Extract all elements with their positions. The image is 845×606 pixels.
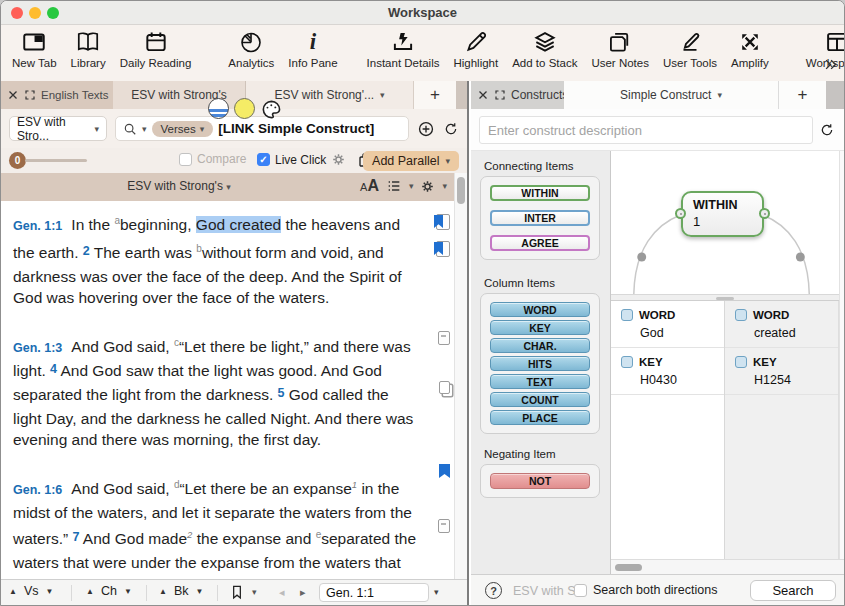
step-up-icon[interactable]: ▲ xyxy=(86,587,94,596)
column-item-place[interactable]: PLACE xyxy=(490,410,590,425)
verse-number[interactable]: 7 xyxy=(72,530,79,544)
verse-paragraph[interactable]: Gen. 1:3And God said, c“Let there be lig… xyxy=(13,332,420,451)
toolbar-info-pane[interactable]: iInfo Pane xyxy=(288,28,337,69)
divider-grip[interactable] xyxy=(716,297,734,300)
palette-icon[interactable] xyxy=(260,98,281,119)
bookmark-menu[interactable]: ▾ xyxy=(229,584,257,600)
construct-canvas[interactable]: WITHIN 1 xyxy=(611,151,839,294)
connecting-item-within[interactable]: WITHIN xyxy=(490,185,590,201)
column-item-word[interactable]: WORD xyxy=(490,302,590,317)
toolbar-add-to-stack[interactable]: Add to Stack xyxy=(512,28,577,69)
item-checkbox[interactable] xyxy=(735,309,747,321)
toolbar-user-tools[interactable]: User Tools xyxy=(663,28,717,69)
item-checkbox[interactable] xyxy=(621,309,633,321)
step-up-icon[interactable]: ▲ xyxy=(159,587,167,596)
bookmark-icon[interactable] xyxy=(229,584,245,600)
toolbar-library[interactable]: Library xyxy=(71,28,106,69)
expand-pane-icon[interactable] xyxy=(494,89,506,101)
highlight-style-striped-icon[interactable] xyxy=(208,98,229,119)
column-item-text[interactable]: TEXT xyxy=(490,374,590,389)
chevron-down-icon[interactable]: ▾ xyxy=(142,124,147,134)
construct-item-key[interactable]: KEYH0430 xyxy=(611,348,724,395)
add-circle-icon[interactable] xyxy=(417,120,435,138)
construct-item-word[interactable]: WORDGod xyxy=(611,301,724,348)
node-port-right[interactable] xyxy=(759,208,770,219)
within-node-value[interactable]: 1 xyxy=(693,214,762,229)
verse-paragraph[interactable]: Gen. 1:6And God said, d“Let there be an … xyxy=(13,474,420,579)
zoom-slider[interactable]: 0 xyxy=(9,152,87,169)
bible-text-area[interactable]: Gen. 1:1In the abeginning, God created t… xyxy=(1,201,454,579)
note-bookmark-icon[interactable] xyxy=(434,214,450,230)
scrollbar-thumb[interactable] xyxy=(457,177,465,204)
search-button[interactable]: Search xyxy=(750,580,836,601)
toolbar-overflow-button[interactable] xyxy=(823,57,838,76)
search-icon[interactable] xyxy=(123,122,137,136)
toolbar-amplify[interactable]: Amplify xyxy=(731,28,769,69)
verse-reference[interactable]: Gen. 1:3 xyxy=(13,341,62,355)
construct-item-word[interactable]: WORDcreated xyxy=(725,301,838,348)
note-icon[interactable] xyxy=(438,519,450,533)
list-format-icon[interactable] xyxy=(386,178,402,194)
pages-icon[interactable] xyxy=(439,381,450,394)
tab-simple-construct[interactable]: Simple Construct ▾ xyxy=(564,81,779,109)
verse-number[interactable]: 4 xyxy=(50,362,57,376)
help-icon[interactable]: ? xyxy=(485,582,502,599)
connecting-item-agree[interactable]: AGREE xyxy=(490,235,590,251)
selected-text[interactable]: God created xyxy=(196,216,281,233)
live-click-checkbox[interactable]: ✓ xyxy=(257,153,270,166)
step-down-icon[interactable]: ▼ xyxy=(46,587,54,596)
within-node[interactable]: WITHIN 1 xyxy=(681,191,764,237)
node-port-left[interactable] xyxy=(675,208,686,219)
toolbar-new-tab[interactable]: New Tab xyxy=(12,28,57,69)
toolbar-analytics[interactable]: Analytics xyxy=(228,28,274,69)
close-pane-icon[interactable] xyxy=(477,89,489,101)
both-directions-checkbox[interactable] xyxy=(574,584,587,597)
recycle-icon[interactable] xyxy=(443,121,459,137)
text-module-dropdown[interactable]: ESV with Stro... ▾ xyxy=(9,116,107,141)
item-value[interactable]: God xyxy=(640,326,724,340)
text-column-title[interactable]: ESV with Strong's ▾ xyxy=(1,179,357,193)
reference-input[interactable] xyxy=(319,583,429,602)
expand-pane-icon[interactable] xyxy=(24,89,36,101)
note-icon[interactable] xyxy=(438,331,450,345)
step-down-icon[interactable]: ▼ xyxy=(196,587,204,596)
step-down-icon[interactable]: ▼ xyxy=(124,587,132,596)
gear-icon[interactable] xyxy=(331,152,346,167)
item-checkbox[interactable] xyxy=(621,356,633,368)
column-item-hits[interactable]: HITS xyxy=(490,356,590,371)
construct-item-key[interactable]: KEYH1254 xyxy=(725,348,838,395)
text-size-button[interactable]: AA xyxy=(360,177,379,195)
add-tab-button[interactable]: + xyxy=(413,81,456,109)
item-value[interactable]: created xyxy=(754,326,838,340)
toolbar-instant-details[interactable]: Instant Details xyxy=(367,28,440,69)
book-stepper[interactable]: ▲ Bk ▼ xyxy=(159,584,203,598)
connecting-item-inter[interactable]: INTER xyxy=(490,210,590,226)
verse-stepper[interactable]: ▲ Vs ▼ xyxy=(9,584,53,598)
recycle-icon[interactable] xyxy=(819,122,835,138)
back-arrow-icon[interactable]: ◂ xyxy=(279,586,285,599)
verse-reference[interactable]: Gen. 1:6 xyxy=(13,483,62,497)
vertical-scrollbar[interactable] xyxy=(454,173,467,579)
slider-value-badge[interactable]: 0 xyxy=(9,152,26,169)
verse-number[interactable]: 2 xyxy=(83,244,90,258)
search-query-text[interactable]: [LINK Simple Construct] xyxy=(218,121,374,136)
canvas-table-divider[interactable] xyxy=(611,294,839,301)
toolbar-user-notes[interactable]: User Notes xyxy=(591,28,649,69)
scrollbar-thumb[interactable] xyxy=(615,564,642,571)
scope-pill-verses[interactable]: Verses ▾ xyxy=(152,121,214,137)
horizontal-scrollbar[interactable] xyxy=(611,559,844,574)
item-value[interactable]: H1254 xyxy=(754,373,838,387)
item-checkbox[interactable] xyxy=(735,356,747,368)
add-tab-button[interactable]: + xyxy=(779,81,826,109)
gear-icon[interactable] xyxy=(420,179,435,194)
step-up-icon[interactable]: ▲ xyxy=(9,587,17,596)
vertical-scrollbar[interactable] xyxy=(839,151,844,559)
add-parallel-button[interactable]: Add Parallel ▾ xyxy=(363,151,459,171)
verse-paragraph[interactable]: Gen. 1:1In the abeginning, God created t… xyxy=(13,210,420,309)
verse-reference[interactable]: Gen. 1:1 xyxy=(13,219,62,233)
compare-checkbox[interactable] xyxy=(179,153,192,166)
item-value[interactable]: H0430 xyxy=(640,373,724,387)
column-item-key[interactable]: KEY xyxy=(490,320,590,335)
construct-description-input[interactable] xyxy=(479,116,813,144)
column-item-count[interactable]: COUNT xyxy=(490,392,590,407)
